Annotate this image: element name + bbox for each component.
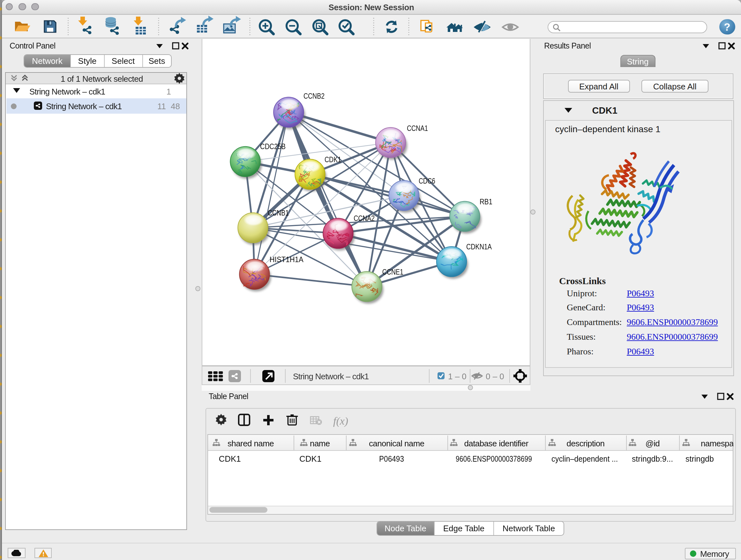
svg-text:CDKN1A: CDKN1A — [466, 242, 492, 251]
svg-text:CDC6: CDC6 — [418, 176, 435, 185]
svg-text:CCNE1: CCNE1 — [382, 267, 403, 276]
svg-text:CDK1: CDK1 — [324, 155, 341, 164]
svg-text:RB1: RB1 — [479, 197, 492, 206]
svg-text:HIST1H1A: HIST1H1A — [269, 255, 304, 263]
svg-text:CDC25B: CDC25B — [260, 142, 285, 150]
svg-text:CCNA2: CCNA2 — [353, 213, 374, 222]
svg-text:CCNB1: CCNB1 — [267, 208, 288, 217]
svg-text:CCNA1: CCNA1 — [407, 124, 428, 132]
svg-text:CCNB2: CCNB2 — [303, 91, 324, 100]
